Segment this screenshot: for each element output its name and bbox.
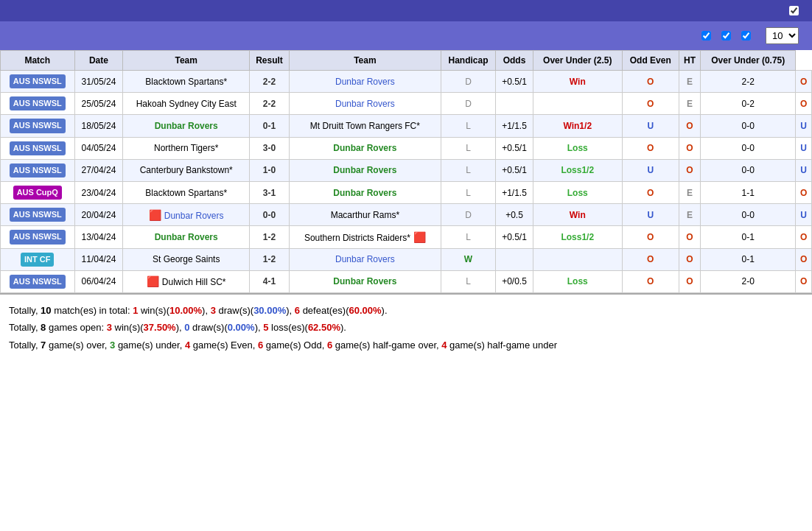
team1-name[interactable]: Blacktown Spartans* [123, 181, 250, 203]
match-outcome-letter: L [441, 159, 496, 181]
match-date: 04/05/24 [74, 137, 123, 159]
col-result: Result [249, 51, 289, 71]
team2-name[interactable]: Mt Druitt Town Rangers FC* [290, 115, 441, 137]
match-result: 0-0 [249, 204, 289, 226]
team2-name[interactable]: Southern Districts Raiders* 🟥 [290, 226, 441, 248]
over-under-075: U [796, 137, 812, 159]
match-badge: AUS NSWSL [1, 159, 75, 181]
over-under-075: U [796, 115, 812, 137]
over-under-25: O [622, 181, 679, 203]
odds-value: Win1/2 [533, 115, 622, 137]
match-result: 4-1 [249, 270, 289, 292]
match-date: 23/04/24 [74, 181, 123, 203]
filter-intcf[interactable] [701, 31, 714, 41]
filter-nswsl[interactable] [721, 31, 734, 41]
table-row: AUS NSWSL06/04/24🟥 Dulwich Hill SC*4-1Du… [1, 270, 812, 292]
ht-score: 0-0 [701, 137, 796, 159]
ht-score: 2-0 [701, 270, 796, 292]
match-date: 20/04/24 [74, 204, 123, 226]
match-result: 3-0 [249, 137, 289, 159]
team2-name[interactable]: Dunbar Rovers [290, 93, 441, 115]
match-outcome-letter: L [441, 270, 496, 292]
team1-name[interactable]: Dunbar Rovers [123, 115, 250, 137]
odd-even: O [679, 159, 701, 181]
odd-even: O [679, 248, 701, 270]
table-row: AUS NSWSL31/05/24Blacktown Spartans*2-2D… [1, 71, 812, 93]
match-result: 2-2 [249, 71, 289, 93]
over-under-25: O [622, 226, 679, 248]
match-badge: AUS NSWSL [1, 71, 75, 93]
odds-value: Loss [533, 137, 622, 159]
over-under-25: U [622, 115, 679, 137]
over-under-075: O [796, 71, 812, 93]
last-games-select[interactable]: 10 20 30 [766, 27, 799, 44]
match-badge: AUS CupQ [1, 181, 75, 203]
match-date: 18/05/24 [74, 115, 123, 137]
col-match: Match [1, 51, 75, 71]
over-under-25: U [622, 159, 679, 181]
ht-score: 0-2 [701, 93, 796, 115]
team1-name[interactable]: St George Saints [123, 248, 250, 270]
match-date: 25/05/24 [74, 93, 123, 115]
summary-line-2: Totally, 8 games open: 3 win(s)(37.50%),… [9, 319, 803, 336]
handicap-value: +1/1.5 [496, 181, 533, 203]
team1-name[interactable]: Dunbar Rovers [123, 226, 250, 248]
team2-name[interactable]: Dunbar Rovers [290, 181, 441, 203]
over-under-075: O [796, 181, 812, 203]
odds-value: Loss [533, 181, 622, 203]
col-ou075: Over Under (0.75) [701, 51, 796, 71]
odd-even: O [679, 137, 701, 159]
team1-name[interactable]: Northern Tigers* [123, 137, 250, 159]
team2-name[interactable]: Dunbar Rovers [290, 137, 441, 159]
handicap-value: +0.5 [496, 204, 533, 226]
team1-name[interactable]: Blacktown Spartans* [123, 71, 250, 93]
odd-even: O [679, 270, 701, 292]
over-under-25: O [622, 270, 679, 292]
red-card-icon: 🟥 [410, 231, 426, 243]
team2-name[interactable]: Dunbar Rovers [290, 71, 441, 93]
col-ou25: Over Under (2.5) [533, 51, 622, 71]
odds-value [533, 248, 622, 270]
match-result: 1-2 [249, 226, 289, 248]
team1-name[interactable]: 🟥 Dunbar Rovers [123, 204, 250, 226]
over-under-25: O [622, 71, 679, 93]
odd-even: E [679, 93, 701, 115]
team2-name[interactable]: Dunbar Rovers [290, 159, 441, 181]
over-under-075: O [796, 270, 812, 292]
team1-name[interactable]: 🟥 Dulwich Hill SC* [123, 270, 250, 292]
ht-score: 0-0 [701, 204, 796, 226]
last-games-filter: 10 20 30 [761, 27, 803, 44]
odd-even: O [679, 115, 701, 137]
odds-value: Win [533, 71, 622, 93]
handicap-value: +0.5/1 [496, 226, 533, 248]
scores-table: Match Date Team Result Team Handicap Odd… [0, 50, 812, 293]
red-card-icon: 🟥 [149, 209, 164, 221]
team2-name[interactable]: Dunbar Rovers [290, 270, 441, 292]
display-notes-checkbox[interactable] [789, 6, 799, 15]
team1-name[interactable]: Canterbury Bankstown* [123, 159, 250, 181]
odds-value: Win [533, 204, 622, 226]
handicap-value [496, 248, 533, 270]
match-result: 0-1 [249, 115, 289, 137]
header-bar [0, 0, 812, 21]
match-date: 31/05/24 [74, 71, 123, 93]
team2-name[interactable]: Dunbar Rovers [290, 248, 441, 270]
col-date: Date [74, 51, 123, 71]
filter-cupq[interactable] [741, 31, 754, 41]
odds-value: Loss [533, 270, 622, 292]
over-under-075: U [796, 159, 812, 181]
table-row: AUS NSWSL04/05/24Northern Tigers*3-0Dunb… [1, 137, 812, 159]
handicap-value: +1/1.5 [496, 115, 533, 137]
odd-even: O [679, 226, 701, 248]
ht-score: 1-1 [701, 181, 796, 203]
match-outcome-letter: D [441, 204, 496, 226]
odds-value: Loss1/2 [533, 226, 622, 248]
match-date: 13/04/24 [74, 226, 123, 248]
team2-name[interactable]: Macarthur Rams* [290, 204, 441, 226]
red-card-icon: 🟥 [147, 275, 162, 287]
ht-score: 0-0 [701, 115, 796, 137]
team1-name[interactable]: Hakoah Sydney City East [123, 93, 250, 115]
display-notes-section [789, 6, 803, 15]
handicap-value: +0/0.5 [496, 270, 533, 292]
ht-score: 0-1 [701, 226, 796, 248]
